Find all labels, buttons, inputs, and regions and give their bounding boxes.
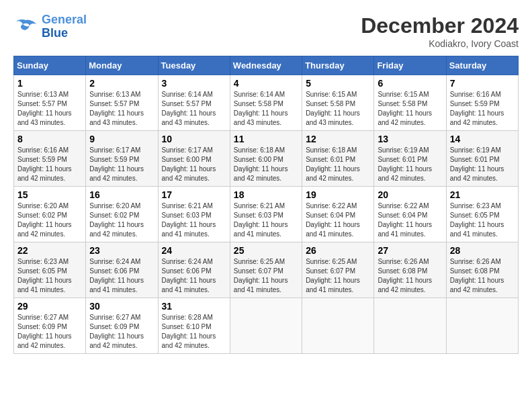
day-number: 29 [17,301,82,312]
calendar-cell [374,298,446,354]
calendar-cell: 3 Sunrise: 6:14 AM Sunset: 5:57 PM Dayli… [158,75,230,131]
day-info: Sunrise: 6:20 AM Sunset: 6:02 PM Dayligh… [89,201,154,239]
calendar-header-row: SundayMondayTuesdayWednesdayThursdayFrid… [14,56,519,75]
day-info: Sunrise: 6:25 AM Sunset: 6:07 PM Dayligh… [306,257,370,295]
calendar-cell: 19 Sunrise: 6:22 AM Sunset: 6:04 PM Dayl… [302,187,374,242]
day-header-thursday: Thursday [302,56,374,75]
day-info: Sunrise: 6:21 AM Sunset: 6:03 PM Dayligh… [234,201,298,239]
calendar-cell: 29 Sunrise: 6:27 AM Sunset: 6:09 PM Dayl… [14,298,86,354]
calendar-cell: 1 Sunrise: 6:13 AM Sunset: 5:57 PM Dayli… [14,75,86,131]
day-info: Sunrise: 6:23 AM Sunset: 6:05 PM Dayligh… [450,201,515,239]
calendar-cell [446,298,518,354]
title-block: December 2024 Kodiakro, Ivory Coast [361,13,519,49]
calendar-cell: 10 Sunrise: 6:17 AM Sunset: 6:00 PM Dayl… [158,131,230,187]
day-info: Sunrise: 6:21 AM Sunset: 6:03 PM Dayligh… [162,201,226,239]
calendar-week-row: 29 Sunrise: 6:27 AM Sunset: 6:09 PM Dayl… [14,298,519,354]
day-number: 13 [378,134,442,144]
day-info: Sunrise: 6:20 AM Sunset: 6:02 PM Dayligh… [17,201,82,239]
day-number: 12 [306,134,370,144]
day-header-tuesday: Tuesday [158,56,230,75]
day-number: 4 [234,78,298,89]
logo-text: General Blue [42,13,87,40]
day-number: 11 [234,134,298,144]
day-number: 17 [162,189,226,200]
calendar-cell: 31 Sunrise: 6:28 AM Sunset: 6:10 PM Dayl… [158,298,230,354]
calendar-week-row: 15 Sunrise: 6:20 AM Sunset: 6:02 PM Dayl… [14,187,519,242]
calendar-cell: 22 Sunrise: 6:23 AM Sunset: 6:05 PM Dayl… [14,242,86,298]
day-header-wednesday: Wednesday [230,56,302,75]
location: Kodiakro, Ivory Coast [361,38,519,49]
logo-icon [13,17,38,36]
day-number: 2 [89,78,154,89]
calendar-week-row: 8 Sunrise: 6:16 AM Sunset: 5:59 PM Dayli… [14,131,519,187]
calendar-cell: 11 Sunrise: 6:18 AM Sunset: 6:00 PM Dayl… [230,131,302,187]
calendar-cell: 23 Sunrise: 6:24 AM Sunset: 6:06 PM Dayl… [86,242,158,298]
calendar-cell: 28 Sunrise: 6:26 AM Sunset: 6:08 PM Dayl… [446,242,518,298]
calendar-cell: 20 Sunrise: 6:22 AM Sunset: 6:04 PM Dayl… [374,187,446,242]
day-info: Sunrise: 6:24 AM Sunset: 6:06 PM Dayligh… [89,257,154,295]
day-number: 9 [89,134,154,144]
day-info: Sunrise: 6:13 AM Sunset: 5:57 PM Dayligh… [89,90,154,128]
day-info: Sunrise: 6:14 AM Sunset: 5:57 PM Dayligh… [162,90,226,128]
month-title: December 2024 [361,13,519,38]
day-header-sunday: Sunday [14,56,86,75]
calendar-cell: 2 Sunrise: 6:13 AM Sunset: 5:57 PM Dayli… [86,75,158,131]
day-info: Sunrise: 6:14 AM Sunset: 5:58 PM Dayligh… [234,90,298,128]
day-number: 6 [378,78,442,89]
day-number: 25 [234,245,298,256]
day-info: Sunrise: 6:27 AM Sunset: 6:09 PM Dayligh… [17,313,82,351]
day-number: 1 [17,78,82,89]
day-info: Sunrise: 6:16 AM Sunset: 5:59 PM Dayligh… [450,90,515,128]
calendar-cell: 12 Sunrise: 6:18 AM Sunset: 6:01 PM Dayl… [302,131,374,187]
day-number: 27 [378,245,442,256]
day-number: 20 [378,189,442,200]
day-number: 7 [450,78,515,89]
day-info: Sunrise: 6:22 AM Sunset: 6:04 PM Dayligh… [306,201,370,239]
calendar-cell: 24 Sunrise: 6:24 AM Sunset: 6:06 PM Dayl… [158,242,230,298]
day-info: Sunrise: 6:16 AM Sunset: 5:59 PM Dayligh… [17,146,82,183]
day-header-saturday: Saturday [446,56,518,75]
day-info: Sunrise: 6:13 AM Sunset: 5:57 PM Dayligh… [17,90,82,128]
day-header-monday: Monday [86,56,158,75]
day-number: 5 [306,78,370,89]
day-number: 26 [306,245,370,256]
calendar-table: SundayMondayTuesdayWednesdayThursdayFrid… [13,56,519,354]
day-info: Sunrise: 6:19 AM Sunset: 6:01 PM Dayligh… [378,146,442,183]
calendar-cell: 13 Sunrise: 6:19 AM Sunset: 6:01 PM Dayl… [374,131,446,187]
day-number: 28 [450,245,515,256]
calendar-cell: 27 Sunrise: 6:26 AM Sunset: 6:08 PM Dayl… [374,242,446,298]
calendar-cell: 25 Sunrise: 6:25 AM Sunset: 6:07 PM Dayl… [230,242,302,298]
calendar-cell [230,298,302,354]
page-header: General Blue December 2024 Kodiakro, Ivo… [13,13,519,49]
calendar-cell: 7 Sunrise: 6:16 AM Sunset: 5:59 PM Dayli… [446,75,518,131]
day-info: Sunrise: 6:15 AM Sunset: 5:58 PM Dayligh… [306,90,370,128]
day-info: Sunrise: 6:17 AM Sunset: 5:59 PM Dayligh… [89,146,154,183]
day-info: Sunrise: 6:17 AM Sunset: 6:00 PM Dayligh… [162,146,226,183]
calendar-cell: 4 Sunrise: 6:14 AM Sunset: 5:58 PM Dayli… [230,75,302,131]
day-number: 10 [162,134,226,144]
calendar-cell [302,298,374,354]
calendar-cell: 17 Sunrise: 6:21 AM Sunset: 6:03 PM Dayl… [158,187,230,242]
calendar-cell: 14 Sunrise: 6:19 AM Sunset: 6:01 PM Dayl… [446,131,518,187]
day-info: Sunrise: 6:22 AM Sunset: 6:04 PM Dayligh… [378,201,442,239]
calendar-cell: 5 Sunrise: 6:15 AM Sunset: 5:58 PM Dayli… [302,75,374,131]
day-header-friday: Friday [374,56,446,75]
calendar-cell: 16 Sunrise: 6:20 AM Sunset: 6:02 PM Dayl… [86,187,158,242]
calendar-week-row: 1 Sunrise: 6:13 AM Sunset: 5:57 PM Dayli… [14,75,519,131]
day-info: Sunrise: 6:28 AM Sunset: 6:10 PM Dayligh… [162,313,226,351]
calendar-cell: 6 Sunrise: 6:15 AM Sunset: 5:58 PM Dayli… [374,75,446,131]
day-info: Sunrise: 6:26 AM Sunset: 6:08 PM Dayligh… [378,257,442,295]
day-number: 16 [89,189,154,200]
day-info: Sunrise: 6:19 AM Sunset: 6:01 PM Dayligh… [450,146,515,183]
calendar-cell: 21 Sunrise: 6:23 AM Sunset: 6:05 PM Dayl… [446,187,518,242]
day-number: 30 [89,301,154,312]
day-number: 8 [17,134,82,144]
day-number: 19 [306,189,370,200]
day-number: 24 [162,245,226,256]
day-info: Sunrise: 6:27 AM Sunset: 6:09 PM Dayligh… [89,313,154,351]
calendar-cell: 8 Sunrise: 6:16 AM Sunset: 5:59 PM Dayli… [14,131,86,187]
calendar-cell: 30 Sunrise: 6:27 AM Sunset: 6:09 PM Dayl… [86,298,158,354]
day-number: 31 [162,301,226,312]
day-info: Sunrise: 6:18 AM Sunset: 6:01 PM Dayligh… [306,146,370,183]
day-number: 21 [450,189,515,200]
